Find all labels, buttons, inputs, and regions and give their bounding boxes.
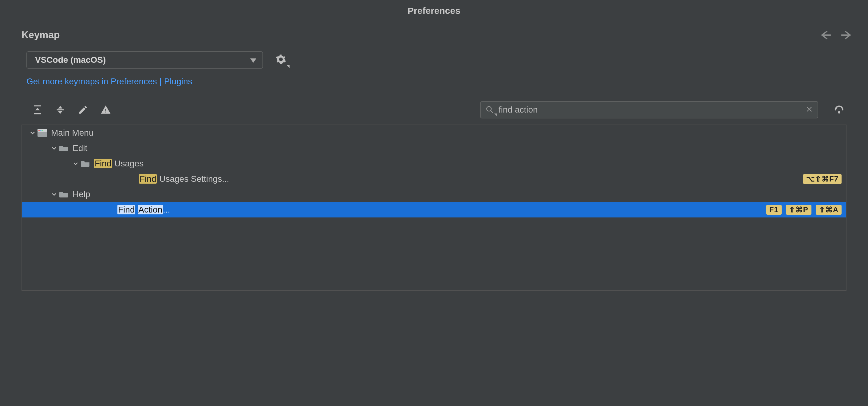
keymap-settings-button[interactable] [275,54,288,66]
expand-all-button[interactable] [31,103,44,117]
svg-rect-15 [42,130,43,131]
nav-forward-icon[interactable] [840,30,852,40]
svg-marker-3 [58,106,62,109]
dropdown-chevron-icon [250,55,256,65]
svg-point-5 [487,107,491,111]
edit-shortcut-button[interactable] [76,103,90,117]
gear-icon [275,54,288,65]
keymap-select-row: VSCode (macOS) [0,48,868,75]
plugins-link-row: Get more keymaps in Preferences | Plugin… [0,75,868,96]
tree-node-help[interactable]: Help [22,187,846,202]
keymap-dropdown-value: VSCode (macOS) [35,55,106,65]
search-options-chevron-icon [494,114,497,116]
shortcut-badge: ⇧⌘P [786,205,811,215]
chevron-down-icon [28,130,37,136]
shortcut-badge: F1 [766,205,782,215]
search-icon [486,106,494,114]
svg-rect-13 [38,130,40,131]
tree-node-find-usages[interactable]: Find Usages [22,156,846,171]
svg-point-10 [838,111,840,114]
actions-tree[interactable]: Main Menu Edit Find Usages [22,124,846,291]
clear-search-button[interactable] [806,105,813,115]
nav-arrows [819,30,852,40]
folder-icon [80,160,91,167]
tree-node-label: Help [72,190,842,199]
chevron-down-icon [71,161,80,167]
window-title-bar: Preferences [0,0,868,22]
chevron-down-icon [50,145,58,151]
tree-node-label: Edit [72,143,842,153]
shortcut-badge: ⇧⌘A [816,205,842,215]
search-input[interactable] [499,105,802,115]
folder-icon [58,191,69,198]
collapse-all-button[interactable] [54,103,67,117]
page-title: Keymap [22,29,819,40]
svg-rect-14 [40,130,41,131]
tree-node-main-menu[interactable]: Main Menu [22,125,846,141]
shortcut-badges: ⌥⇧⌘F7 [803,174,842,184]
keymap-dropdown[interactable]: VSCode (macOS) [26,51,263,68]
tree-leaf-find-usages-settings[interactable]: Find Usages Settings... ⌥⇧⌘F7 [22,171,846,187]
main-menu-icon [37,129,48,137]
find-conflicts-button[interactable] [99,103,113,117]
shortcut-badges: F1 ⇧⌘P ⇧⌘A [766,205,842,215]
tree-leaf-label: Find Usages Settings... [139,174,803,184]
shortcut-badge: ⌥⇧⌘F7 [803,174,842,184]
tree-leaf-find-action[interactable]: Find Action... F1 ⇧⌘P ⇧⌘A [22,202,846,218]
find-by-shortcut-button[interactable] [832,103,846,117]
get-more-keymaps-link[interactable]: Get more keymaps in Preferences | Plugin… [26,77,192,86]
svg-marker-0 [250,58,256,63]
svg-marker-4 [58,111,62,114]
svg-line-6 [491,110,493,113]
tree-node-label: Find Usages [94,159,842,169]
chevron-down-icon [50,191,58,198]
tree-leaf-label: Find Action... [117,205,766,215]
nav-back-icon[interactable] [819,30,832,40]
tree-node-edit[interactable]: Edit [22,141,846,156]
tree-node-label: Main Menu [51,128,842,138]
search-field[interactable] [480,101,818,118]
window-title: Preferences [408,5,460,16]
page-heading-row: Keymap [0,22,868,48]
keymap-toolbar [0,96,868,123]
chevron-down-icon [286,65,289,68]
folder-icon [58,145,69,152]
